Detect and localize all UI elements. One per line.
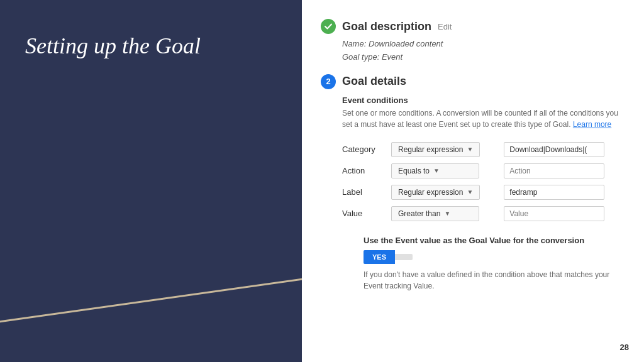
goal-type-line: Goal type: Event: [342, 51, 625, 64]
label-input[interactable]: [504, 185, 604, 200]
action-label: Action: [342, 160, 386, 182]
learn-more-link[interactable]: Learn more: [573, 120, 611, 129]
edit-link[interactable]: Edit: [438, 22, 452, 31]
chevron-down-icon: ▼: [444, 210, 450, 217]
goal-description-title: Goal description: [342, 20, 431, 33]
slide-title: Setting up the Goal: [25, 31, 201, 61]
goal-meta: Name: Downloaded content Goal type: Even…: [342, 38, 625, 64]
action-value-cell: [499, 160, 625, 182]
value-label: Value: [342, 203, 386, 224]
use-event-section: Use the Event value as the Goal Value fo…: [364, 236, 625, 292]
goal-name-line: Name: Downloaded content: [342, 38, 625, 51]
step-number: 2: [321, 74, 336, 89]
label-value-cell: [499, 182, 625, 203]
toggle-no-button[interactable]: [395, 254, 413, 260]
action-dropdown[interactable]: Equals to ▼: [391, 163, 479, 178]
category-input[interactable]: [504, 142, 604, 157]
check-circle-icon: [321, 19, 336, 34]
label-dropdown[interactable]: Regular expression ▼: [391, 185, 480, 200]
label-dropdown-cell: Regular expression ▼: [386, 182, 499, 203]
category-dropdown-cell: Regular expression ▼: [386, 139, 499, 160]
table-row: Category Regular expression ▼: [342, 139, 625, 160]
value-dropdown-cell: Greater than ▼: [386, 203, 499, 224]
table-row: Label Regular expression ▼: [342, 182, 625, 203]
event-conditions: Event conditions Set one or more conditi…: [342, 96, 625, 292]
conditions-table: Category Regular expression ▼ Action: [342, 139, 625, 224]
category-value-cell: [499, 139, 625, 160]
event-conditions-title: Event conditions: [342, 96, 625, 105]
category-dropdown[interactable]: Regular expression ▼: [391, 142, 480, 157]
use-event-desc: If you don't have a value defined in the…: [364, 269, 625, 292]
table-row: Value Greater than ▼: [342, 203, 625, 224]
use-event-title: Use the Event value as the Goal Value fo…: [364, 236, 625, 245]
goal-details-header: 2 Goal details: [321, 74, 625, 89]
chevron-down-icon: ▼: [467, 189, 473, 195]
toggle-yes-button[interactable]: YES: [364, 250, 395, 264]
right-panel: Goal description Edit Name: Downloaded c…: [302, 0, 644, 362]
action-input[interactable]: [504, 163, 604, 178]
action-dropdown-cell: Equals to ▼: [386, 160, 499, 182]
value-value-cell: [499, 203, 625, 224]
chevron-down-icon: ▼: [433, 167, 440, 174]
toggle-container: YES: [364, 250, 625, 264]
goal-details-title: Goal details: [342, 75, 406, 88]
chevron-down-icon: ▼: [467, 146, 473, 153]
page-number: 28: [620, 343, 629, 352]
label-label: Label: [342, 182, 386, 203]
left-panel: Setting up the Goal: [0, 0, 302, 362]
goal-description-header: Goal description Edit: [321, 19, 625, 34]
category-label: Category: [342, 139, 386, 160]
value-input[interactable]: [504, 206, 604, 221]
table-row: Action Equals to ▼: [342, 160, 625, 182]
event-conditions-desc: Set one or more conditions. A conversion…: [342, 107, 625, 130]
value-dropdown[interactable]: Greater than ▼: [391, 206, 479, 221]
